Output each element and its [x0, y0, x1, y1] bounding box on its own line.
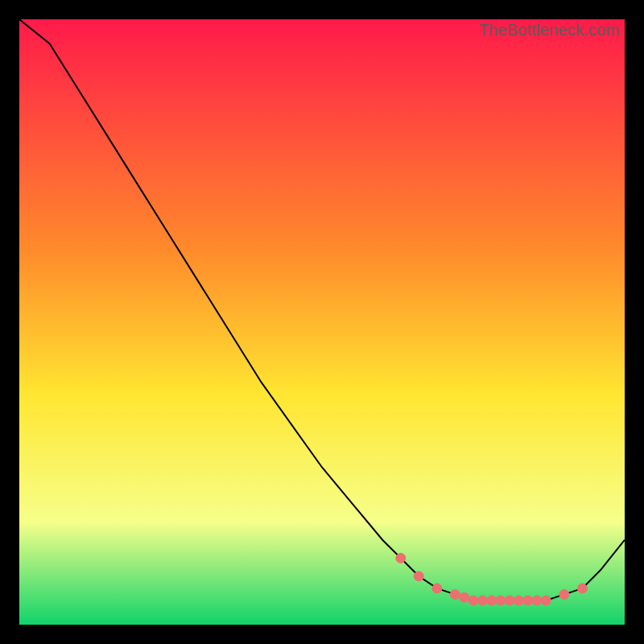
watermark-text: TheBottleneck.com	[479, 21, 620, 39]
curve-marker	[469, 596, 478, 605]
curve-marker	[559, 589, 569, 599]
curve-marker	[514, 596, 523, 605]
curve-marker	[414, 572, 423, 581]
curve-marker	[432, 584, 442, 593]
curve-marker	[523, 596, 533, 605]
curve-marker	[496, 596, 506, 605]
curve-marker	[487, 596, 497, 605]
curve-marker	[396, 553, 406, 563]
chart-frame: TheBottleneck.com	[19, 19, 625, 625]
curve-marker	[577, 584, 587, 593]
curve-marker	[541, 596, 551, 605]
chart-svg	[19, 19, 625, 625]
curve-marker	[505, 596, 514, 605]
curve-marker	[532, 596, 542, 605]
chart-background	[19, 19, 625, 625]
curve-marker	[460, 592, 469, 602]
curve-marker	[477, 596, 487, 605]
curve-marker	[450, 589, 460, 599]
